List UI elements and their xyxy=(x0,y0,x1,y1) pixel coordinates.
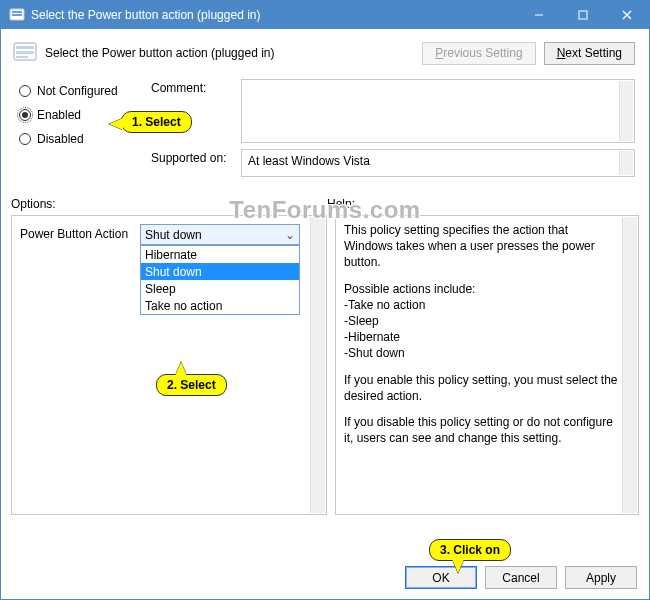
maximize-button[interactable] xyxy=(561,1,605,29)
scrollbar[interactable] xyxy=(619,81,633,141)
help-line: -Sleep xyxy=(344,313,618,329)
window-title: Select the Power button action (plugged … xyxy=(31,8,517,22)
help-text: This policy setting specifies the action… xyxy=(344,222,630,446)
options-label: Options: xyxy=(11,197,327,211)
app-icon xyxy=(9,7,25,23)
callout-text: 1. Select xyxy=(132,115,181,129)
chevron-down-icon: ⌄ xyxy=(285,228,295,242)
combo-box[interactable]: Shut down ⌄ xyxy=(140,224,300,245)
nav-buttons: Previous Setting Next Setting xyxy=(422,42,635,65)
header-title: Select the Power button action (plugged … xyxy=(45,46,422,60)
apply-button[interactable]: Apply xyxy=(565,566,637,589)
dialog-window: Select the Power button action (plugged … xyxy=(0,0,650,600)
radio-icon xyxy=(19,109,31,121)
meta-column: Comment: Supported on: At least Windows … xyxy=(151,79,639,183)
svg-rect-9 xyxy=(16,51,34,54)
close-button[interactable] xyxy=(605,1,649,29)
option-row: Power Button Action Shut down ⌄ Hibernat… xyxy=(20,224,318,245)
dialog-content: Select the Power button action (plugged … xyxy=(1,29,649,599)
radio-label: Enabled xyxy=(37,108,81,122)
scrollbar[interactable] xyxy=(619,151,633,175)
callout-2: 2. Select xyxy=(156,374,227,396)
help-paragraph: Possible actions include: xyxy=(344,281,618,297)
help-line: -Hibernate xyxy=(344,329,618,345)
dialog-buttons: OK Cancel Apply xyxy=(405,566,637,589)
combo-item-take-no-action[interactable]: Take no action xyxy=(141,297,299,314)
help-line: -Shut down xyxy=(344,345,618,361)
cancel-button[interactable]: Cancel xyxy=(485,566,557,589)
next-setting-button[interactable]: Next Setting xyxy=(544,42,635,65)
radio-icon xyxy=(19,85,31,97)
combo-dropdown: Hibernate Shut down Sleep Take no action xyxy=(140,245,300,315)
config-area: Not Configured Enabled Disabled Comment: xyxy=(11,79,639,183)
callout-text: 2. Select xyxy=(167,378,216,392)
window-buttons xyxy=(517,1,649,29)
options-pane: Power Button Action Shut down ⌄ Hibernat… xyxy=(11,215,327,515)
callout-1: 1. Select xyxy=(121,111,192,133)
comment-textarea[interactable] xyxy=(241,79,635,143)
help-line: -Take no action xyxy=(344,297,618,313)
policy-icon xyxy=(11,39,39,67)
combo-selected-value: Shut down xyxy=(145,228,202,242)
svg-rect-8 xyxy=(16,46,34,49)
callout-tail xyxy=(175,362,187,376)
supported-row: Supported on: At least Windows Vista xyxy=(151,149,639,177)
help-paragraph: This policy setting specifies the action… xyxy=(344,222,618,271)
header-row: Select the Power button action (plugged … xyxy=(11,37,639,69)
comment-row: Comment: xyxy=(151,79,639,143)
panes: Power Button Action Shut down ⌄ Hibernat… xyxy=(11,215,639,515)
option-label: Power Button Action xyxy=(20,224,140,241)
radio-not-configured[interactable]: Not Configured xyxy=(19,79,151,103)
ok-button[interactable]: OK xyxy=(405,566,477,589)
svg-rect-4 xyxy=(579,11,587,19)
combo-item-sleep[interactable]: Sleep xyxy=(141,280,299,297)
svg-rect-10 xyxy=(16,56,28,58)
svg-rect-2 xyxy=(12,14,22,16)
svg-rect-1 xyxy=(12,11,22,13)
scrollbar[interactable] xyxy=(622,217,637,513)
callout-tail xyxy=(452,559,464,573)
help-label: Help: xyxy=(327,197,639,211)
section-labels: Options: Help: xyxy=(11,197,639,211)
callout-tail xyxy=(109,118,123,130)
minimize-button[interactable] xyxy=(517,1,561,29)
help-paragraph: If you disable this policy setting or do… xyxy=(344,414,618,446)
help-paragraph: If you enable this policy setting, you m… xyxy=(344,372,618,404)
supported-label: Supported on: xyxy=(151,149,241,177)
supported-on-value: At least Windows Vista xyxy=(248,154,370,168)
combo-item-shut-down[interactable]: Shut down xyxy=(141,263,299,280)
combo-item-hibernate[interactable]: Hibernate xyxy=(141,246,299,263)
power-button-action-combo[interactable]: Shut down ⌄ Hibernate Shut down Sleep Ta… xyxy=(140,224,300,245)
help-pane: This policy setting specifies the action… xyxy=(335,215,639,515)
scrollbar[interactable] xyxy=(310,217,325,513)
supported-on-box: At least Windows Vista xyxy=(241,149,635,177)
callout-3: 3. Click on xyxy=(429,539,511,561)
callout-text: 3. Click on xyxy=(440,543,500,557)
radio-icon xyxy=(19,133,31,145)
radio-label: Not Configured xyxy=(37,84,118,98)
previous-setting-button: Previous Setting xyxy=(422,42,535,65)
titlebar: Select the Power button action (plugged … xyxy=(1,1,649,29)
radio-label: Disabled xyxy=(37,132,84,146)
